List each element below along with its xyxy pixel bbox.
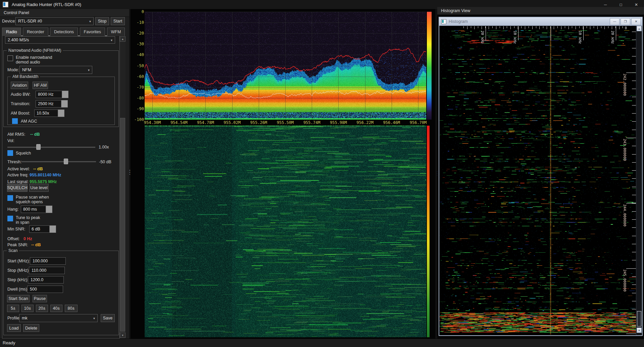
freq-axis-tick: 954.54M [170,120,188,125]
mdi-area: Histogram — ❐ ✕ 20 kHz10 kHz10 kHz20 kHz… [437,15,644,339]
mode-select[interactable]: NFM ▾ [19,66,92,74]
freq-axis-tick: 956.46M [383,120,400,125]
chevron-down-icon: ▾ [89,19,93,23]
threshold-slider[interactable] [21,159,96,164]
transition-spinner[interactable]: 2500 Hz [36,100,68,107]
left-splitter-handle[interactable]: ⋮ [127,171,133,174]
spin-buttons[interactable] [58,110,64,117]
volume-slider-thumb[interactable] [36,144,41,150]
span-80-button[interactable]: 80± [65,305,78,312]
squelch-checkbox[interactable] [7,150,13,156]
pause-scan-checkbox[interactable] [7,195,13,201]
squelch-button[interactable]: SQUELCH [7,184,28,192]
threshold-slider-thumb[interactable] [64,159,68,164]
panel-scroll-thumb[interactable] [120,118,125,332]
scan-start-label: Start (MHz): [7,259,30,264]
histogram-minimize-icon[interactable]: — [610,18,620,25]
enable-narrowband-checkbox[interactable] [7,55,13,61]
sample-rate-select[interactable]: 2.400 MS/s ▾ [5,36,115,44]
tune-to-peak-label2: in span [16,220,29,225]
scroll-down-button[interactable]: ▼ [120,333,126,338]
waterfall-plot[interactable] [145,126,426,337]
tab-wfm[interactable]: WFM [107,28,125,36]
device-select[interactable]: RTL-SDR #0 ▾ [15,17,94,25]
histogram-window-titlebar[interactable]: Histogram — ❐ ✕ [439,17,642,26]
spin-buttons[interactable] [46,206,52,213]
aviation-button[interactable]: Aviation [11,82,28,89]
db-axis-tick: -10 [137,20,144,25]
histogram-close-icon[interactable]: ✕ [631,18,641,25]
db-axis-tick: -100 [134,117,144,122]
use-level-button[interactable]: Use level [29,184,49,192]
scroll-down-button[interactable]: ▼ [637,328,642,333]
tune-to-peak-checkbox[interactable] [7,216,13,221]
histogram-scrollbar[interactable]: ▲ ▼ [636,26,642,335]
audio-bw-value: 8000 Hz [36,91,62,98]
spectrum-plot[interactable] [145,12,426,120]
histogram-dock-title: Histogram View [437,7,644,15]
histogram-restore-icon[interactable]: ❐ [621,18,630,25]
transition-label: Transition: [11,101,30,106]
hang-label: Hang: [7,207,18,212]
span-5-button[interactable]: 5± [7,305,19,312]
histogram-window-title: Histogram [449,19,468,24]
vol-label: Vol: [7,138,14,143]
spin-buttons[interactable] [61,100,68,107]
scan-step-input[interactable] [28,276,64,284]
scan-stop-input[interactable] [29,267,65,274]
start-button[interactable]: Start [111,17,125,25]
am-agc-label: AM AGC [21,119,37,124]
profile-label: Profile: [7,316,20,321]
hf-am-button[interactable]: HF AM [33,82,48,89]
audio-bw-label: Audio BW: [11,92,31,97]
db-axis-tick: -20 [137,31,144,36]
am-boost-spinner[interactable]: 10.50x [34,110,64,117]
db-axis-tick: 0 [142,9,144,14]
histogram-zero-label: 0 [625,26,627,30]
transition-value: 2500 Hz [36,100,61,107]
enable-narrowband-label2: demod audio [16,60,40,65]
scan-start-input[interactable] [30,257,66,265]
span-10-button[interactable]: 10± [21,305,34,312]
thresh-label: Thresh: [7,160,21,165]
tab-radio[interactable]: Radio [2,28,21,36]
stop-button[interactable]: Stop [95,17,109,25]
min-snr-label: Min SNR: [7,227,25,232]
min-snr-spinner[interactable]: 6 dB [29,225,56,233]
delete-button[interactable]: Delete [23,324,39,332]
tab-favorites[interactable]: Favorites [80,28,105,36]
pause-button[interactable]: Pause [33,295,47,302]
am-agc-checkbox[interactable] [12,118,18,124]
tab-detections[interactable]: Detections [50,28,78,36]
profile-value: mk [22,316,28,320]
span-40-button[interactable]: 40± [50,305,62,312]
freq-axis-tick: 955.26M [250,120,267,125]
load-button[interactable]: Load [7,324,21,332]
audio-bw-spinner[interactable]: 8000 Hz [36,91,68,98]
volume-slider[interactable] [7,144,95,150]
spin-buttons[interactable] [62,91,68,98]
chevron-down-icon: ▾ [111,38,115,42]
device-label: Device: [2,19,16,24]
hang-spinner[interactable]: 800 ms [21,206,52,213]
min-snr-value: 6 dB [29,225,50,233]
freq-axis-tick: 955.98M [330,120,347,125]
span-20-button[interactable]: 20± [36,305,48,312]
scroll-up-button[interactable]: ▲ [637,26,642,31]
scroll-up-button[interactable]: ▲ [120,36,126,42]
pause-scan-label: Pause scan when [16,195,49,200]
control-panel-title: Control Panel [0,9,129,17]
freq-axis-tick: 954.30M [144,120,161,125]
scan-dwell-input[interactable] [27,286,63,293]
histogram-plot[interactable] [439,26,636,335]
tab-recorder[interactable]: Recorder [23,28,48,36]
spin-buttons[interactable] [50,225,56,233]
slider-groove [7,146,95,148]
profile-select[interactable]: mk ▾ [19,314,98,322]
histogram-scroll-thumb[interactable] [637,311,641,327]
enable-narrowband-label: Enable narrowband [16,55,52,60]
save-button[interactable]: Save [101,314,115,322]
mode-label: Mode: [7,68,19,73]
start-scan-button[interactable]: Start Scan [7,295,30,302]
histogram-offset-label: 20 kHz [610,31,615,44]
